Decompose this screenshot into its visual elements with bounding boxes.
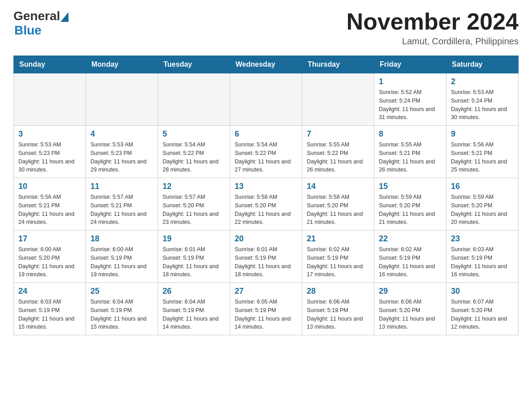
weekday-header-row: Sunday Monday Tuesday Wednesday Thursday… bbox=[14, 56, 519, 73]
day-info: Sunrise: 6:06 AMSunset: 5:20 PMDaylight:… bbox=[379, 298, 442, 331]
day-info: Sunrise: 5:58 AMSunset: 5:20 PMDaylight:… bbox=[307, 193, 369, 227]
day-info: Sunrise: 5:58 AMSunset: 5:20 PMDaylight:… bbox=[235, 193, 297, 227]
day-number: 8 bbox=[379, 129, 442, 139]
day-number: 15 bbox=[379, 182, 442, 191]
calendar-cell: 2Sunrise: 5:53 AMSunset: 5:24 PMDaylight… bbox=[446, 73, 519, 126]
header-friday: Friday bbox=[374, 56, 446, 73]
day-number: 1 bbox=[379, 77, 442, 86]
calendar-cell: 22Sunrise: 6:02 AMSunset: 5:19 PMDayligh… bbox=[374, 231, 446, 283]
day-info: Sunrise: 6:03 AMSunset: 5:19 PMDaylight:… bbox=[451, 245, 514, 279]
day-number: 17 bbox=[18, 234, 81, 244]
calendar-cell: 9Sunrise: 5:56 AMSunset: 5:21 PMDaylight… bbox=[446, 126, 519, 178]
day-info: Sunrise: 5:57 AMSunset: 5:21 PMDaylight:… bbox=[90, 193, 153, 227]
calendar-week-row: 10Sunrise: 5:56 AMSunset: 5:21 PMDayligh… bbox=[14, 178, 519, 231]
day-number: 28 bbox=[307, 287, 369, 296]
day-info: Sunrise: 5:53 AMSunset: 5:24 PMDaylight:… bbox=[451, 88, 514, 122]
day-number: 18 bbox=[90, 234, 153, 244]
day-info: Sunrise: 6:02 AMSunset: 5:19 PMDaylight:… bbox=[379, 245, 442, 279]
day-number: 29 bbox=[379, 287, 442, 296]
calendar-cell bbox=[86, 73, 158, 126]
day-info: Sunrise: 5:56 AMSunset: 5:21 PMDaylight:… bbox=[18, 193, 81, 227]
calendar-cell: 5Sunrise: 5:54 AMSunset: 5:22 PMDaylight… bbox=[158, 126, 230, 178]
day-number: 6 bbox=[235, 129, 297, 139]
calendar-cell: 20Sunrise: 6:01 AMSunset: 5:19 PMDayligh… bbox=[230, 231, 302, 283]
day-number: 30 bbox=[451, 287, 514, 296]
logo: General Blue bbox=[13, 9, 69, 38]
calendar-cell bbox=[158, 73, 230, 126]
day-number: 13 bbox=[235, 182, 297, 191]
day-info: Sunrise: 5:57 AMSunset: 5:20 PMDaylight:… bbox=[163, 193, 225, 227]
calendar-cell: 27Sunrise: 6:05 AMSunset: 5:19 PMDayligh… bbox=[230, 283, 302, 335]
header-sunday: Sunday bbox=[14, 56, 86, 73]
svg-marker-0 bbox=[60, 12, 69, 22]
calendar-cell: 19Sunrise: 6:01 AMSunset: 5:19 PMDayligh… bbox=[158, 231, 230, 283]
calendar-cell: 30Sunrise: 6:07 AMSunset: 5:20 PMDayligh… bbox=[446, 283, 519, 335]
day-info: Sunrise: 6:07 AMSunset: 5:20 PMDaylight:… bbox=[451, 298, 514, 331]
logo-blue: Blue bbox=[14, 23, 42, 37]
day-info: Sunrise: 5:53 AMSunset: 5:23 PMDaylight:… bbox=[18, 141, 81, 174]
calendar-header: Sunday Monday Tuesday Wednesday Thursday… bbox=[14, 56, 519, 73]
calendar-cell: 14Sunrise: 5:58 AMSunset: 5:20 PMDayligh… bbox=[302, 178, 374, 231]
calendar-week-row: 17Sunrise: 6:00 AMSunset: 5:20 PMDayligh… bbox=[14, 231, 519, 283]
day-number: 26 bbox=[163, 287, 225, 296]
day-number: 12 bbox=[163, 182, 225, 191]
logo-general: General bbox=[13, 9, 60, 23]
day-info: Sunrise: 5:53 AMSunset: 5:23 PMDaylight:… bbox=[90, 141, 153, 174]
header-tuesday: Tuesday bbox=[158, 56, 230, 73]
calendar-cell: 13Sunrise: 5:58 AMSunset: 5:20 PMDayligh… bbox=[230, 178, 302, 231]
calendar-cell: 24Sunrise: 6:03 AMSunset: 5:19 PMDayligh… bbox=[14, 283, 86, 335]
logo-text: General bbox=[13, 9, 69, 23]
calendar-cell: 4Sunrise: 5:53 AMSunset: 5:23 PMDaylight… bbox=[86, 126, 158, 178]
calendar-cell bbox=[230, 73, 302, 126]
day-number: 11 bbox=[90, 182, 153, 191]
calendar-cell: 7Sunrise: 5:55 AMSunset: 5:22 PMDaylight… bbox=[302, 126, 374, 178]
day-info: Sunrise: 5:59 AMSunset: 5:20 PMDaylight:… bbox=[379, 193, 442, 227]
day-info: Sunrise: 6:05 AMSunset: 5:19 PMDaylight:… bbox=[235, 298, 297, 331]
calendar-cell: 17Sunrise: 6:00 AMSunset: 5:20 PMDayligh… bbox=[14, 231, 86, 283]
logo-triangle-icon bbox=[60, 9, 69, 23]
day-info: Sunrise: 6:04 AMSunset: 5:19 PMDaylight:… bbox=[163, 298, 225, 331]
calendar-title: November 2024 bbox=[347, 9, 519, 34]
day-number: 14 bbox=[307, 182, 369, 191]
day-info: Sunrise: 6:01 AMSunset: 5:19 PMDaylight:… bbox=[163, 245, 225, 279]
day-info: Sunrise: 5:54 AMSunset: 5:22 PMDaylight:… bbox=[163, 141, 225, 174]
day-number: 20 bbox=[235, 234, 297, 244]
calendar-cell bbox=[14, 73, 86, 126]
day-info: Sunrise: 5:52 AMSunset: 5:24 PMDaylight:… bbox=[379, 88, 442, 122]
calendar-cell: 3Sunrise: 5:53 AMSunset: 5:23 PMDaylight… bbox=[14, 126, 86, 178]
day-number: 10 bbox=[18, 182, 81, 191]
calendar-cell: 12Sunrise: 5:57 AMSunset: 5:20 PMDayligh… bbox=[158, 178, 230, 231]
calendar-cell: 29Sunrise: 6:06 AMSunset: 5:20 PMDayligh… bbox=[374, 283, 446, 335]
calendar-table: Sunday Monday Tuesday Wednesday Thursday… bbox=[13, 56, 519, 335]
calendar-cell: 23Sunrise: 6:03 AMSunset: 5:19 PMDayligh… bbox=[446, 231, 519, 283]
day-info: Sunrise: 6:03 AMSunset: 5:19 PMDaylight:… bbox=[18, 298, 81, 331]
day-number: 21 bbox=[307, 234, 369, 244]
calendar-week-row: 24Sunrise: 6:03 AMSunset: 5:19 PMDayligh… bbox=[14, 283, 519, 335]
day-number: 19 bbox=[163, 234, 225, 244]
day-number: 27 bbox=[235, 287, 297, 296]
calendar-cell: 16Sunrise: 5:59 AMSunset: 5:20 PMDayligh… bbox=[446, 178, 519, 231]
calendar-cell: 6Sunrise: 5:54 AMSunset: 5:22 PMDaylight… bbox=[230, 126, 302, 178]
day-number: 24 bbox=[18, 287, 81, 296]
calendar-cell bbox=[302, 73, 374, 126]
day-number: 3 bbox=[18, 129, 81, 139]
day-number: 4 bbox=[90, 129, 153, 139]
calendar-cell: 26Sunrise: 6:04 AMSunset: 5:19 PMDayligh… bbox=[158, 283, 230, 335]
day-info: Sunrise: 5:54 AMSunset: 5:22 PMDaylight:… bbox=[235, 141, 297, 174]
day-number: 23 bbox=[451, 234, 514, 244]
day-info: Sunrise: 6:04 AMSunset: 5:19 PMDaylight:… bbox=[90, 298, 153, 331]
day-info: Sunrise: 5:55 AMSunset: 5:22 PMDaylight:… bbox=[307, 141, 369, 174]
header-wednesday: Wednesday bbox=[230, 56, 302, 73]
day-number: 7 bbox=[307, 129, 369, 139]
day-info: Sunrise: 6:06 AMSunset: 5:19 PMDaylight:… bbox=[307, 298, 369, 331]
calendar-cell: 21Sunrise: 6:02 AMSunset: 5:19 PMDayligh… bbox=[302, 231, 374, 283]
calendar-cell: 8Sunrise: 5:55 AMSunset: 5:21 PMDaylight… bbox=[374, 126, 446, 178]
day-info: Sunrise: 6:02 AMSunset: 5:19 PMDaylight:… bbox=[307, 245, 369, 279]
day-info: Sunrise: 5:59 AMSunset: 5:20 PMDaylight:… bbox=[451, 193, 514, 227]
calendar-cell: 15Sunrise: 5:59 AMSunset: 5:20 PMDayligh… bbox=[374, 178, 446, 231]
header-monday: Monday bbox=[86, 56, 158, 73]
calendar-cell: 18Sunrise: 6:00 AMSunset: 5:19 PMDayligh… bbox=[86, 231, 158, 283]
calendar-week-row: 1Sunrise: 5:52 AMSunset: 5:24 PMDaylight… bbox=[14, 73, 519, 126]
day-number: 16 bbox=[451, 182, 514, 191]
day-number: 25 bbox=[90, 287, 153, 296]
